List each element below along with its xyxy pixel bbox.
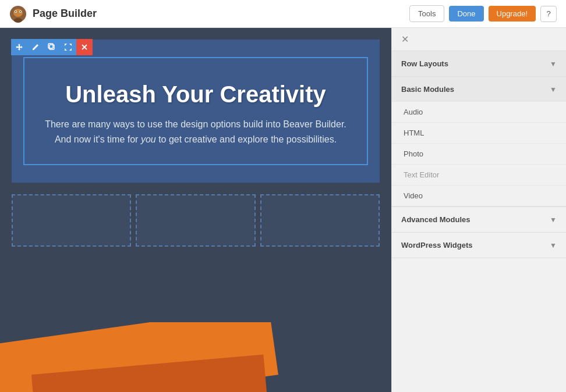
wordpress-widgets-chevron: ▼ xyxy=(550,241,557,250)
basic-modules-label: Basic Modules xyxy=(401,85,454,94)
sidebar-item-text-editor[interactable]: Text Editor xyxy=(392,165,566,186)
basic-modules-chevron: ▼ xyxy=(550,85,557,94)
sidebar-section-wordpress-widgets: WordPress Widgets ▼ xyxy=(392,233,566,258)
svg-point-4 xyxy=(15,11,16,12)
sidebar-section-basic-modules: Basic Modules ▼ Audio HTML Photo Text Ed… xyxy=(392,77,566,207)
hero-section: Unleash Your Creativity There are many w… xyxy=(12,40,380,183)
sidebar: ✕ Row Layouts ▼ Basic Modules ▼ Audio HT… xyxy=(391,28,566,392)
header-actions: Tools Done Upgrade! ? xyxy=(409,5,557,22)
resize-button[interactable] xyxy=(60,39,76,55)
hero-title: Unleash Your Creativity xyxy=(36,81,355,108)
svg-rect-7 xyxy=(49,45,54,49)
svg-point-6 xyxy=(14,18,22,23)
sidebar-close-area: ✕ xyxy=(392,28,566,51)
svg-rect-8 xyxy=(48,44,53,48)
hero-content: Unleash Your Creativity There are many w… xyxy=(23,57,368,165)
wordpress-widgets-header[interactable]: WordPress Widgets ▼ xyxy=(392,233,566,258)
app-title: Page Builder xyxy=(33,8,97,20)
main-layout: Unleash Your Creativity There are many w… xyxy=(0,28,566,392)
move-handle[interactable] xyxy=(11,39,27,55)
svg-point-1 xyxy=(13,9,23,17)
upgrade-button[interactable]: Upgrade! xyxy=(489,6,536,22)
decorative-bottom xyxy=(0,322,391,392)
column-placeholder-2 xyxy=(136,194,255,247)
advanced-modules-label: Advanced Modules xyxy=(401,215,470,224)
advanced-modules-header[interactable]: Advanced Modules ▼ xyxy=(392,207,566,232)
tools-button[interactable]: Tools xyxy=(409,5,444,22)
help-button[interactable]: ? xyxy=(540,6,557,22)
canvas: Unleash Your Creativity There are many w… xyxy=(0,28,391,392)
sidebar-item-photo[interactable]: Photo xyxy=(392,144,566,165)
sidebar-item-html[interactable]: HTML xyxy=(392,123,566,144)
sidebar-section-row-layouts: Row Layouts ▼ xyxy=(392,51,566,77)
column-placeholder-1 xyxy=(12,194,131,247)
svg-point-5 xyxy=(20,11,21,12)
hero-body-italic: you xyxy=(141,134,156,144)
delete-button[interactable] xyxy=(76,39,93,55)
logo-icon xyxy=(9,5,27,23)
hero-body: There are many ways to use the design op… xyxy=(38,117,353,147)
row-layouts-header[interactable]: Row Layouts ▼ xyxy=(392,51,566,76)
hero-body-text2: to get creative and explore the possibil… xyxy=(156,134,337,144)
row-layouts-chevron: ▼ xyxy=(550,60,557,68)
done-button[interactable]: Done xyxy=(449,6,483,22)
advanced-modules-chevron: ▼ xyxy=(550,216,557,224)
duplicate-button[interactable] xyxy=(44,39,60,55)
sidebar-close-button[interactable]: ✕ xyxy=(401,34,409,45)
edit-button[interactable] xyxy=(27,39,44,55)
wordpress-widgets-label: WordPress Widgets xyxy=(401,241,472,250)
header: Page Builder Tools Done Upgrade! ? xyxy=(0,0,566,28)
section-toolbar xyxy=(11,39,93,55)
sidebar-item-video[interactable]: Video xyxy=(392,186,566,206)
row-layouts-label: Row Layouts xyxy=(401,59,448,68)
columns-row xyxy=(12,194,380,247)
sidebar-section-advanced-modules: Advanced Modules ▼ xyxy=(392,207,566,233)
header-left: Page Builder xyxy=(9,5,97,23)
basic-modules-header[interactable]: Basic Modules ▼ xyxy=(392,77,566,102)
sidebar-item-audio[interactable]: Audio xyxy=(392,102,566,123)
column-placeholder-3 xyxy=(260,194,380,247)
